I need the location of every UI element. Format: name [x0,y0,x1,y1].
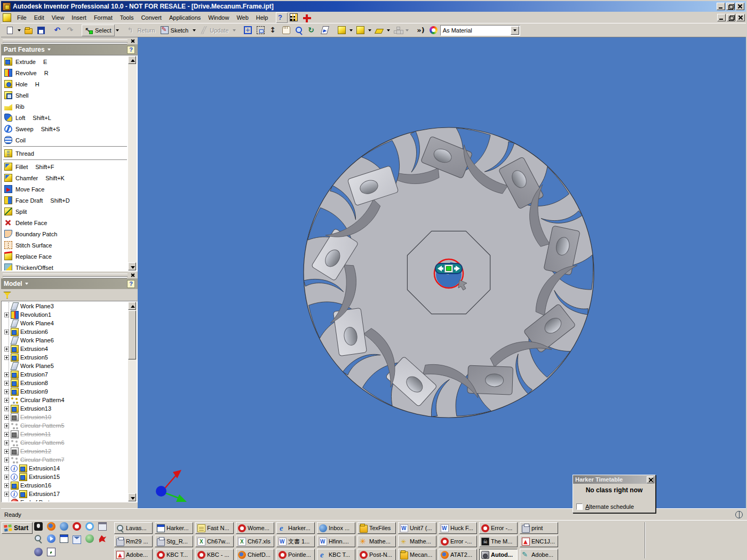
menu-item-tools[interactable]: Tools [116,13,138,22]
task-button[interactable]: Stg_R... [155,535,193,547]
part-feature-item[interactable]: Stitch Surface [2,239,128,251]
part-feature-item[interactable]: Face DraftShift+D [2,195,128,206]
part-feature-item[interactable]: Replace Face [2,251,128,262]
component-opacity-button[interactable] [392,25,404,36]
scroll-thumb[interactable] [128,310,136,359]
doc-restore-button[interactable] [727,14,735,21]
tree-item[interactable]: Work Plane4 [2,319,128,327]
firefox-quicklaunch-icon[interactable] [47,522,55,531]
return-button[interactable]: Return [125,25,158,36]
task-button[interactable]: Wome... [236,522,274,534]
part-feature-item[interactable]: FilletShift+F [2,161,128,172]
model-scrollbar[interactable] [128,302,137,501]
model-header[interactable]: Model ? [1,278,138,289]
expand-plus-icon[interactable] [4,475,9,479]
expand-plus-icon[interactable] [4,355,9,360]
task-button[interactable]: 文書 1... [276,535,315,547]
task-button[interactable]: ENC1J... [520,535,558,547]
panel-grip[interactable] [3,274,128,277]
task-button[interactable]: Autod... [479,549,518,560]
select-dropdown[interactable] [115,25,121,36]
save-button[interactable] [35,25,47,36]
menu-item-format[interactable]: Format [90,13,116,22]
new-file-button[interactable] [3,25,16,36]
scroll-down-icon[interactable] [128,262,136,270]
tree-item[interactable]: Extrusion5 [2,353,128,362]
analysis-button[interactable] [415,25,427,36]
menu-item-window[interactable]: Window [204,13,233,22]
shadow-display-dropdown[interactable] [386,25,392,36]
menu-item-applications[interactable]: Applications [165,13,204,22]
part-feature-item[interactable]: SweepShift+S [2,123,128,134]
close-button[interactable] [736,3,744,10]
part-features-help-button[interactable]: ? [127,46,135,54]
task-button[interactable]: Mathe... [357,535,396,547]
tree-item[interactable]: Extrusion17 [2,490,128,498]
part-feature-item[interactable]: Delete Face [2,217,128,228]
expand-plus-icon[interactable] [4,372,9,377]
tree-item[interactable]: Extrusion8 [2,379,128,387]
task-button[interactable]: Error -... [439,535,477,547]
monitor-quicklaunch-icon[interactable] [47,548,55,556]
camera-view-dropdown[interactable] [367,25,373,36]
filter-funnel-icon[interactable] [3,292,11,299]
expand-plus-icon[interactable] [4,441,9,445]
part-feature-item[interactable]: Boundary Patch [2,228,128,239]
menu-item-view[interactable]: View [48,13,68,22]
menu-item-help[interactable]: Help [252,13,272,22]
update-dropdown[interactable] [232,25,237,36]
sketch-dropdown[interactable] [191,25,197,36]
task-button[interactable]: Adobe... [114,549,153,560]
part-feature-item[interactable]: Rib [2,101,128,112]
tree-item[interactable]: Circular Pattern4 [2,396,128,404]
dragon-quicklaunch-icon[interactable] [98,534,107,543]
tree-item[interactable]: Circular Pattern6 [2,438,128,447]
tree-item[interactable]: Revolution1 [2,310,128,319]
expand-plus-icon[interactable] [4,449,9,454]
task-button[interactable]: KBC - ... [195,549,234,560]
sphere-quicklaunch-icon[interactable] [34,548,43,556]
expand-plus-icon[interactable] [4,423,9,428]
start-button[interactable]: Start [2,522,33,534]
expand-plus-icon[interactable] [4,347,9,351]
tree-item[interactable]: Work Plane6 [2,336,128,345]
zoom-window-button[interactable] [255,25,267,36]
tree-item[interactable]: Extrusion13 [2,404,128,413]
scroll-down-icon[interactable] [128,493,136,501]
model-close-icon[interactable] [130,272,136,278]
tree-item[interactable]: Extrusion9 [2,387,128,396]
task-button[interactable]: Error -... [479,522,518,534]
tree-item[interactable]: Circular Pattern5 [2,421,128,430]
expand-plus-icon[interactable] [4,432,9,437]
task-button[interactable]: Ch67.xls [236,535,274,547]
part-feature-item[interactable]: Coil [2,134,128,146]
task-button[interactable]: The M... [479,535,518,547]
task-button[interactable]: ATAT2... [439,549,477,560]
expand-plus-icon[interactable] [4,313,9,317]
document-icon[interactable] [3,13,11,22]
alternate-schedule-checkbox[interactable] [576,503,583,510]
tbird-quicklaunch-icon[interactable] [60,522,68,531]
tree-item[interactable]: Extrusion11 [2,430,128,438]
model-viewport[interactable] [138,37,746,508]
scroll-up-icon[interactable] [128,56,136,64]
expand-plus-icon[interactable] [4,492,9,497]
model-help-button[interactable]: ? [127,280,135,288]
camera-view-button[interactable] [354,25,367,36]
material-combo-button[interactable] [511,26,519,35]
redo-button[interactable] [65,25,77,36]
task-button[interactable]: Mecan... [398,549,436,560]
tree-item[interactable]: End of Part [2,498,128,501]
task-button[interactable]: TexFiles [357,522,396,534]
web-status-icon[interactable] [735,511,743,518]
menu-item-web[interactable]: Web [233,13,252,22]
expand-plus-icon[interactable] [4,458,9,462]
qt-quicklaunch-icon[interactable] [85,522,94,531]
part-feature-item[interactable]: Thread [2,148,128,159]
tree-item[interactable]: Extrusion10 [2,413,128,421]
tree-item[interactable]: Extrusion4 [2,345,128,353]
part-features-scrollbar[interactable] [128,56,137,270]
zoom-selected-button[interactable] [293,25,306,36]
expand-plus-icon[interactable] [4,406,9,411]
expand-plus-icon[interactable] [4,415,9,420]
